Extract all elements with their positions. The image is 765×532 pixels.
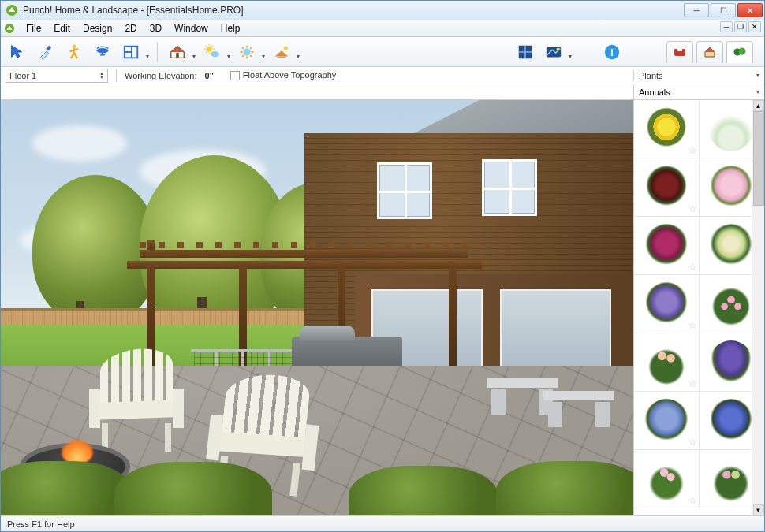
library-category-selector[interactable]: Plants ▾ — [633, 71, 764, 80]
info-button[interactable]: i — [600, 40, 624, 64]
floor-selector[interactable]: Floor 1 ▲▼ — [6, 69, 108, 83]
environment-tool[interactable] — [200, 40, 224, 64]
working-elevation-value[interactable]: 0" — [205, 71, 214, 80]
library-item-peach-roses[interactable]: ☆ — [634, 333, 700, 392]
scene-chair — [89, 349, 184, 452]
app-window: Punch! Home & Landscape - [EssentialsHom… — [0, 0, 765, 532]
flyover-icon — [94, 43, 111, 61]
svg-rect-18 — [674, 49, 677, 53]
plant-thumbnail — [709, 282, 753, 326]
walkthrough-tool[interactable] — [62, 40, 86, 64]
options-tool[interactable] — [235, 40, 259, 64]
dropdown-icon[interactable]: ▾ — [569, 43, 572, 60]
scroll-down-button[interactable]: ▼ — [753, 504, 764, 515]
document-window-controls: ─ ❐ ✕ — [720, 21, 761, 32]
main-area: /*slats drawn below in plain divs*/ — [1, 100, 764, 515]
float-topography-checkbox[interactable]: Float Above Topography — [230, 70, 336, 80]
library-grid: ☆☆☆☆☆☆☆☆☆☆☆☆☆☆ — [634, 100, 764, 508]
dropdown-icon[interactable]: ▾ — [227, 43, 230, 60]
plants-tab[interactable] — [726, 41, 753, 63]
dropdown-icon[interactable]: ▾ — [146, 43, 149, 60]
floorplan-icon — [122, 43, 140, 61]
doc-minimize-button[interactable]: ─ — [720, 21, 733, 32]
sub-options-bar: Annuals ▾ — [1, 84, 764, 100]
favorite-star-icon[interactable]: ☆ — [688, 262, 697, 273]
floorplan-tool[interactable] — [119, 40, 143, 64]
home-style-tool[interactable] — [166, 40, 189, 64]
menu-file[interactable]: File — [20, 21, 47, 35]
library-item-blue-hydrangea[interactable]: ☆ — [634, 392, 700, 450]
weather-icon — [203, 43, 221, 61]
dropdown-icon[interactable]: ▾ — [297, 43, 300, 60]
3d-viewport[interactable]: /*slats drawn below in plain divs*/ — [1, 100, 633, 515]
checkbox-icon[interactable] — [230, 71, 240, 80]
menu-3d[interactable]: 3D — [144, 21, 168, 35]
3d-view-button[interactable] — [542, 40, 565, 64]
site-tool[interactable] — [270, 40, 293, 64]
floorplan-view-button[interactable] — [513, 40, 537, 64]
plant-thumbnail — [644, 457, 688, 501]
options-separator — [116, 69, 117, 82]
settings-icon — [238, 43, 256, 61]
library-item-purple-verbena[interactable]: ☆ — [634, 275, 700, 333]
flyover-tool[interactable] — [91, 40, 114, 64]
library-item-pink-cosmos[interactable]: ☆ — [634, 450, 700, 508]
favorite-star-icon[interactable]: ☆ — [688, 145, 697, 156]
plant-thumbnail — [709, 107, 753, 151]
furniture-tab-icon — [674, 46, 686, 58]
library-tabs — [629, 41, 759, 63]
plant-thumbnail — [644, 224, 688, 268]
doc-restore-button[interactable]: ❐ — [734, 21, 747, 32]
dropdown-icon[interactable]: ▾ — [262, 43, 265, 60]
menubar: File Edit Design 2D 3D Window Help ─ ❐ ✕ — [1, 20, 764, 37]
scroll-thumb[interactable] — [753, 111, 764, 206]
pointer-tool[interactable] — [6, 40, 29, 64]
scroll-up-button[interactable]: ▲ — [753, 100, 764, 111]
dropdown-icon[interactable]: ▾ — [192, 43, 196, 60]
pointer-icon — [9, 43, 26, 61]
svg-point-3 — [73, 44, 76, 47]
doc-close-button[interactable]: ✕ — [748, 21, 761, 32]
menu-design[interactable]: Design — [76, 21, 118, 35]
favorite-star-icon[interactable]: ☆ — [688, 378, 697, 389]
svg-point-10 — [243, 48, 250, 55]
plant-thumbnail — [644, 282, 688, 326]
view-3d-icon — [545, 43, 562, 61]
menu-2d[interactable]: 2D — [118, 21, 143, 35]
eyedropper-icon — [37, 43, 54, 61]
library-scrollbar[interactable]: ▲ ▼ — [752, 100, 764, 515]
options-bar: Floor 1 ▲▼ Working Elevation: 0" Float A… — [1, 67, 764, 84]
app-icon-small — [4, 23, 15, 34]
svg-point-21 — [739, 48, 746, 55]
menu-window[interactable]: Window — [168, 21, 215, 35]
titlebar[interactable]: Punch! Home & Landscape - [EssentialsHom… — [1, 1, 764, 20]
menu-help[interactable]: Help — [215, 21, 247, 35]
library-subcategory-selector[interactable]: Annuals ▾ — [633, 84, 764, 99]
favorite-star-icon[interactable]: ☆ — [688, 495, 697, 506]
window-title: Punch! Home & Landscape - [EssentialsHom… — [23, 5, 684, 16]
app-icon — [6, 4, 18, 17]
favorite-star-icon[interactable]: ☆ — [688, 203, 697, 214]
library-item-maroon-coleus[interactable]: ☆ — [634, 158, 700, 217]
favorite-star-icon[interactable]: ☆ — [688, 320, 697, 331]
plant-thumbnail — [709, 224, 753, 268]
library-item-magenta-petunia[interactable]: ☆ — [634, 217, 700, 275]
library-item-yellow-chrysanthemum[interactable]: ☆ — [634, 100, 700, 158]
maximize-button[interactable]: ☐ — [711, 3, 736, 17]
house-library-tab[interactable] — [696, 41, 723, 63]
eyedropper-tool[interactable] — [34, 40, 58, 64]
house-tab-icon — [703, 46, 716, 58]
options-separator — [222, 69, 222, 82]
spinner-icon[interactable]: ▲▼ — [99, 72, 104, 80]
float-label: Float Above Topography — [243, 70, 336, 80]
furniture-tab[interactable] — [666, 41, 693, 63]
library-panel: ☆☆☆☆☆☆☆☆☆☆☆☆☆☆ ▲ ▼ — [633, 100, 764, 515]
working-elevation-label: Working Elevation: — [125, 71, 197, 80]
floor-label: Floor 1 — [9, 71, 36, 80]
chevron-down-icon: ▾ — [756, 72, 759, 79]
menu-edit[interactable]: Edit — [47, 21, 76, 35]
minimize-button[interactable]: ─ — [684, 3, 709, 17]
walk-icon — [65, 43, 83, 61]
close-button[interactable]: ✕ — [737, 3, 763, 17]
favorite-star-icon[interactable]: ☆ — [688, 437, 697, 448]
